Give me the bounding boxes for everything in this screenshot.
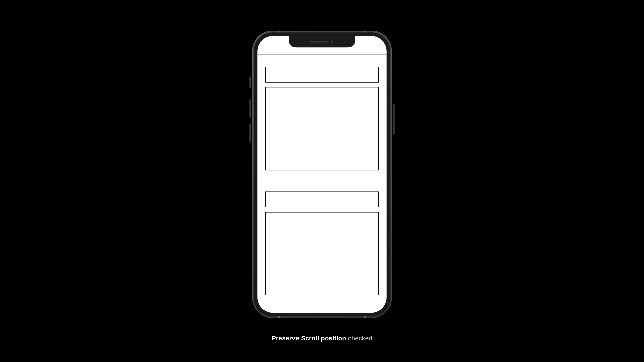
power-button: [393, 104, 395, 134]
iphone-screen: [257, 36, 386, 313]
volume-down-button: [250, 123, 251, 142]
antenna-line: [278, 31, 280, 32]
wireframe-section-header: [265, 191, 379, 207]
phone-mockup-wrapper: [252, 31, 392, 318]
wireframe-spacer: [265, 175, 379, 187]
antenna-line: [364, 31, 366, 32]
silence-switch: [250, 77, 251, 88]
caption-regular-text: checked: [346, 335, 372, 342]
antenna-line: [278, 316, 280, 318]
wireframe-section-header: [265, 67, 379, 83]
wireframe-top-bar: [257, 48, 386, 54]
screen-content: [257, 36, 386, 313]
front-camera: [330, 40, 334, 44]
caption-bold-text: Preserve Scroll position: [272, 335, 346, 342]
iphone-inner-frame: [254, 32, 390, 316]
caption-text: Preserve Scroll position checked: [272, 335, 372, 342]
wireframe-section-body: [265, 87, 379, 170]
wireframe-section-body: [265, 212, 379, 295]
wireframe-content-area[interactable]: [257, 54, 386, 295]
iphone-notch: [289, 36, 355, 47]
volume-up-button: [250, 99, 251, 118]
antenna-line: [364, 316, 366, 318]
speaker-grille: [310, 41, 328, 42]
iphone-frame: [252, 31, 392, 318]
